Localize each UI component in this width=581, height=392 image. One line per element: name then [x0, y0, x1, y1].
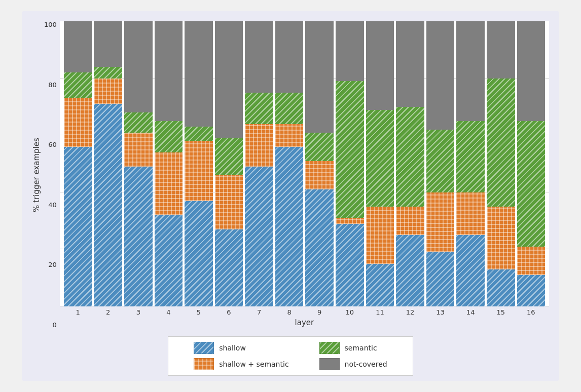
bar-segment-semantic — [487, 79, 515, 207]
x-axis: 12345678910111213141516 — [60, 306, 549, 316]
bar-segment-shallow_semantic — [245, 124, 273, 167]
bars-row — [60, 21, 549, 306]
bar-stack — [245, 21, 273, 306]
bar-segment-not_covered — [396, 21, 424, 107]
bar-segment-shallow — [64, 147, 92, 306]
bar-group — [456, 21, 485, 306]
x-tick: 5 — [185, 306, 213, 316]
bar-segment-not_covered — [336, 21, 364, 81]
bar-segment-shallow_semantic — [426, 192, 455, 252]
y-tick: 80 — [48, 82, 57, 88]
y-axis: 100806040200 — [44, 21, 60, 329]
x-tick: 2 — [94, 306, 122, 316]
bar-segment-shallow — [396, 235, 424, 306]
x-tick: 13 — [426, 306, 455, 316]
bar-segment-not_covered — [426, 21, 455, 130]
grid-and-bars — [60, 21, 549, 306]
bar-segment-shallow_semantic — [275, 124, 304, 147]
chart-container: % trigger examples 100806040200 12345678… — [22, 11, 559, 381]
bar-segment-semantic — [245, 93, 273, 124]
bar-segment-shallow_semantic — [185, 141, 213, 201]
bar-segment-semantic — [305, 133, 334, 161]
bar-segment-shallow_semantic — [124, 133, 153, 167]
bar-segment-shallow_semantic — [64, 98, 92, 147]
x-tick: 1 — [64, 306, 92, 316]
bar-segment-semantic — [275, 93, 304, 124]
bar-segment-not_covered — [517, 21, 546, 121]
legend-swatch — [319, 342, 340, 354]
bar-segment-shallow — [336, 224, 364, 306]
legend-item-semantic: semantic — [319, 342, 387, 354]
y-axis-label: % trigger examples — [32, 21, 41, 329]
y-tick: 60 — [48, 141, 57, 148]
bar-segment-semantic — [155, 121, 183, 152]
bar-stack — [456, 21, 485, 306]
bar-segment-shallow_semantic — [456, 192, 485, 235]
bar-group — [336, 21, 364, 306]
bar-stack — [396, 21, 424, 306]
y-tick: 40 — [48, 202, 57, 208]
bar-segment-semantic — [456, 121, 485, 192]
legend: shallowshallow + semanticsemanticnot-cov… — [168, 336, 413, 376]
bar-segment-not_covered — [305, 21, 334, 133]
bar-group — [517, 21, 546, 306]
x-tick: 9 — [305, 306, 334, 316]
bar-segment-shallow_semantic — [155, 152, 183, 215]
bar-segment-shallow — [456, 235, 485, 306]
chart-area: % trigger examples 100806040200 12345678… — [32, 21, 549, 329]
legend-swatch — [194, 358, 214, 370]
bar-stack — [64, 21, 92, 306]
bar-segment-shallow_semantic — [517, 247, 546, 275]
bar-stack — [305, 21, 334, 306]
legend-col-1: shallowshallow + semantic — [194, 342, 288, 370]
plot-area: 12345678910111213141516 layer — [60, 21, 549, 329]
bar-group — [64, 21, 92, 306]
x-tick: 14 — [456, 306, 485, 316]
bar-group — [155, 21, 183, 306]
bar-segment-semantic — [185, 127, 213, 141]
bar-group — [94, 21, 122, 306]
legend-item-shallow: shallow — [194, 342, 288, 354]
x-tick: 8 — [275, 306, 304, 316]
bar-segment-shallow — [155, 215, 183, 306]
legend-swatch — [319, 358, 340, 370]
bar-segment-shallow — [517, 275, 546, 306]
y-tick: 0 — [53, 322, 57, 328]
bar-segment-shallow — [305, 189, 334, 306]
bar-stack — [426, 21, 455, 306]
bar-group — [185, 21, 213, 306]
x-axis-label: layer — [60, 316, 549, 329]
bar-group — [124, 21, 153, 306]
bar-group — [305, 21, 334, 306]
bar-segment-shallow — [185, 201, 213, 306]
bar-segment-not_covered — [275, 21, 304, 93]
bar-segment-shallow — [124, 167, 153, 306]
bar-stack — [94, 21, 122, 306]
bar-segment-shallow — [275, 147, 304, 306]
bar-stack — [487, 21, 515, 306]
bar-segment-shallow_semantic — [215, 175, 243, 229]
bar-segment-shallow_semantic — [94, 79, 122, 104]
legend-item-not-covered: not-covered — [319, 358, 387, 370]
x-tick: 6 — [215, 306, 243, 316]
bar-segment-semantic — [124, 112, 153, 132]
x-tick: 10 — [336, 306, 364, 316]
bar-segment-semantic — [215, 138, 243, 175]
bar-stack — [275, 21, 304, 306]
x-tick: 3 — [124, 306, 153, 316]
bar-segment-not_covered — [185, 21, 213, 127]
bar-group — [245, 21, 273, 306]
bar-segment-not_covered — [487, 21, 515, 79]
bar-segment-not_covered — [366, 21, 394, 110]
x-tick: 11 — [366, 306, 394, 316]
bar-stack — [155, 21, 183, 306]
bar-stack — [185, 21, 213, 306]
x-tick: 7 — [245, 306, 273, 316]
bar-group — [366, 21, 394, 306]
legend-item-shallow-+-semantic: shallow + semantic — [194, 358, 288, 370]
bar-stack — [366, 21, 394, 306]
bar-segment-not_covered — [64, 21, 92, 72]
bar-segment-not_covered — [124, 21, 153, 112]
bar-segment-not_covered — [456, 21, 485, 121]
legend-swatch — [194, 342, 214, 354]
